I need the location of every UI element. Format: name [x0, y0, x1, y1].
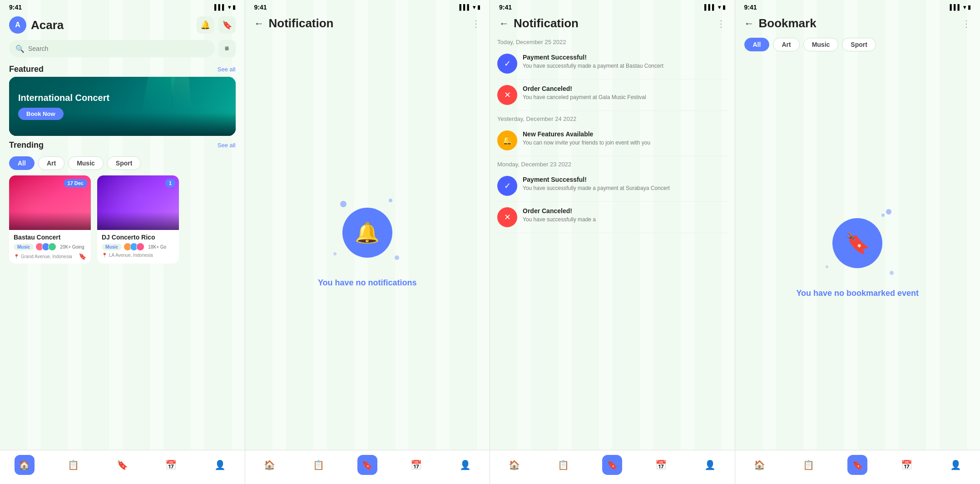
notif-body: New Features Available You can now invit… — [523, 130, 728, 147]
notif-list-header: ← Notification ⋮ — [490, 13, 735, 34]
nav-calendar[interactable]: 📅 — [406, 455, 426, 475]
back-button[interactable]: ← — [499, 18, 509, 30]
status-icons: ▌▌▌ ▾ ▮ — [459, 4, 480, 10]
nav-calendar[interactable]: 📅 — [161, 455, 181, 475]
wifi-icon: ▾ — [228, 4, 231, 10]
attendee-avatars — [35, 243, 56, 251]
tab-sport[interactable]: Sport — [107, 156, 141, 170]
card-bookmark-icon[interactable]: 🔖 — [79, 253, 86, 260]
nav-notification[interactable]: 🔖 — [602, 455, 622, 475]
search-input[interactable] — [28, 45, 208, 52]
location-row: 📍 Grand Avenue, Indonesia 🔖 — [14, 253, 86, 260]
notif-item[interactable]: ✓ Payment Successful! You have successfu… — [497, 170, 728, 202]
bottom-nav: 🏠 📋 🔖 📅 👤 — [490, 450, 735, 484]
nav-bookmark[interactable]: 🔖 — [847, 455, 867, 475]
nav-profile[interactable]: 👤 — [700, 455, 720, 475]
empty-message: You have no notifications — [318, 278, 417, 288]
nav-calendar[interactable]: 📅 — [651, 455, 671, 475]
nav-calendar[interactable]: 📅 — [896, 455, 916, 475]
notif-item[interactable]: 🔔 New Features Available You can now inv… — [497, 125, 728, 156]
nav-bookmark[interactable]: 🔖 — [112, 455, 132, 475]
notif-desc: You have successfully made a payment at … — [523, 185, 728, 192]
bell-button[interactable]: 🔔 — [197, 16, 214, 34]
notif-item[interactable]: ✓ Payment Successful! You have successfu… — [497, 48, 728, 80]
page-title: Bookmark — [759, 16, 958, 30]
signal-icon: ▌▌▌ — [459, 4, 471, 10]
filter-music[interactable]: Music — [803, 38, 839, 51]
bell-icon: 🔔 — [355, 221, 380, 244]
nav-profile[interactable]: 👤 — [210, 455, 230, 475]
nav-browse[interactable]: 📋 — [798, 455, 818, 475]
more-options-button[interactable]: ⋮ — [962, 18, 971, 29]
bookmark-button[interactable]: 🔖 — [218, 16, 236, 34]
notif-success-icon: ✓ — [497, 54, 517, 74]
notif-item[interactable]: ✕ Order Canceled! You have canceled paym… — [497, 80, 728, 111]
nav-home[interactable]: 🏠 — [15, 455, 35, 475]
date-divider: Today, December 25 2022 — [497, 34, 728, 48]
float-dot — [886, 209, 891, 215]
float-dot — [395, 255, 399, 260]
notif-body: Payment Successful! You have successfull… — [523, 176, 728, 192]
status-bar: 9:41 ▌▌▌ ▾ ▮ — [735, 0, 980, 13]
featured-title: International Concert — [18, 93, 227, 103]
trending-tabs: All Art Music Sport — [0, 153, 245, 174]
status-icons: ▌▌▌ ▾ ▮ — [950, 4, 971, 10]
status-bar: 9:41 ▌▌▌ ▾ ▮ — [490, 0, 735, 13]
nav-home[interactable]: 🏠 — [505, 455, 525, 475]
back-button[interactable]: ← — [254, 18, 264, 30]
filter-all[interactable]: All — [744, 38, 770, 51]
event-card[interactable]: 17 Dec Bastau Concert Music 20K+ Going — [9, 175, 91, 264]
float-dot — [881, 214, 885, 217]
notification-list: Today, December 25 2022 ✓ Payment Succes… — [490, 34, 735, 450]
nav-browse[interactable]: 📋 — [64, 455, 84, 475]
notif-success-icon: ✓ — [497, 176, 517, 196]
notif-body: Order Canceled! You have successfully ma… — [523, 207, 728, 224]
featured-see-all[interactable]: See all — [218, 66, 236, 73]
event-card[interactable]: 1 DJ Concerto Rico Music 18K+ Go — [97, 175, 179, 264]
book-now-button[interactable]: Book Now — [18, 108, 64, 120]
notif-body: Payment Successful! You have successfull… — [523, 54, 728, 70]
float-dot — [340, 201, 346, 207]
nav-profile[interactable]: 👤 — [945, 455, 965, 475]
notif-desc: You have successfully made a — [523, 216, 728, 224]
home-header: A Acara 🔔 🔖 — [0, 13, 245, 37]
event-name: Bastau Concert — [14, 234, 86, 241]
float-dot — [826, 265, 828, 268]
search-wrap: 🔍 — [9, 40, 215, 57]
nav-browse[interactable]: 📋 — [308, 455, 328, 475]
more-options-button[interactable]: ⋮ — [471, 18, 480, 29]
tab-all[interactable]: All — [9, 156, 35, 170]
bookmark-screen: 9:41 ▌▌▌ ▾ ▮ ← Bookmark ⋮ All Art Music … — [735, 0, 980, 484]
empty-bookmark-icon: 🔖 — [832, 218, 882, 268]
notif-title: New Features Available — [523, 130, 728, 138]
nav-profile[interactable]: 👤 — [455, 455, 475, 475]
nav-browse[interactable]: 📋 — [554, 455, 574, 475]
tab-music[interactable]: Music — [68, 156, 104, 170]
bookmark-icon: 🔖 — [845, 231, 870, 255]
nav-home[interactable]: 🏠 — [749, 455, 769, 475]
float-dot — [389, 199, 392, 202]
nav-notification[interactable]: 🔖 — [357, 455, 377, 475]
filter-art[interactable]: Art — [773, 38, 799, 51]
battery-icon: ▮ — [477, 4, 480, 10]
filter-sport[interactable]: Sport — [842, 38, 876, 51]
back-button[interactable]: ← — [744, 18, 754, 30]
tab-art[interactable]: Art — [38, 156, 64, 170]
more-options-button[interactable]: ⋮ — [717, 18, 726, 29]
date-divider: Yesterday, December 24 2022 — [497, 111, 728, 125]
x-icon: ✕ — [504, 90, 511, 100]
page-title: Notification — [269, 16, 467, 30]
bottom-nav: 🏠 📋 🔖 📅 👤 — [245, 450, 490, 484]
filter-button[interactable]: ≡ — [218, 40, 236, 57]
location-text: Grand Avenue, Indonesia — [21, 254, 72, 259]
status-time: 9:41 — [499, 4, 512, 11]
featured-section-header: Featured See all — [0, 60, 245, 77]
event-meta: Music 18K+ Go — [102, 243, 174, 251]
trending-see-all[interactable]: See all — [218, 142, 236, 149]
notif-item[interactable]: ✕ Order Canceled! You have successfully … — [497, 202, 728, 233]
event-card-info: DJ Concerto Rico Music 18K+ Go 📍 LA Aven… — [97, 230, 179, 261]
nav-home[interactable]: 🏠 — [259, 455, 279, 475]
notif-warning-icon: 🔔 — [497, 130, 517, 150]
featured-label: Featured — [9, 65, 44, 74]
pin-icon: 📍 — [102, 253, 107, 258]
